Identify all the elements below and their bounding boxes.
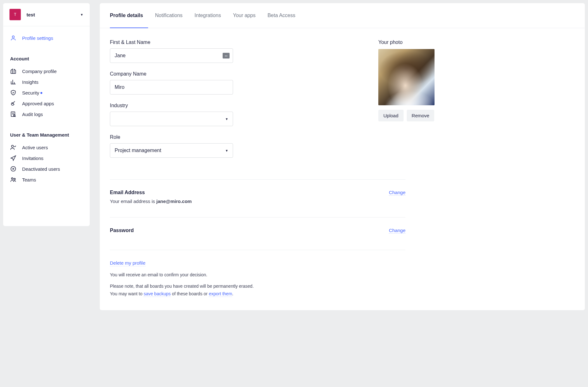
sidebar-item-label: Profile settings (22, 35, 53, 41)
password-heading: Password (110, 228, 134, 233)
email-address: jane@miro.com (156, 199, 192, 204)
sidebar-item-label: Company profile (22, 69, 57, 74)
svg-point-0 (12, 36, 15, 38)
svg-point-6 (14, 178, 15, 180)
tab-beta-access[interactable]: Beta Access (267, 9, 295, 28)
chart-icon (10, 79, 16, 85)
x-circle-icon (10, 166, 16, 172)
sidebar-item-label: Insights (22, 79, 39, 85)
workspace-name: test (27, 12, 80, 17)
notification-dot (40, 92, 42, 94)
sidebar-item-profile-settings[interactable]: Profile settings (10, 33, 83, 43)
sidebar-item-security[interactable]: Security (10, 87, 83, 98)
company-input[interactable]: Miro (110, 80, 233, 95)
sidebar-item-label: Invitations (22, 156, 44, 161)
name-input[interactable]: Jane ••• (110, 48, 233, 63)
building-icon (10, 68, 16, 74)
svg-point-3 (11, 145, 14, 147)
sidebar-item-label: Security (22, 90, 39, 95)
svg-point-2 (14, 115, 15, 116)
delete-note-line2a: Please note, that all boards you have cr… (110, 284, 254, 289)
shield-icon (10, 89, 16, 96)
sidebar-item-approved-apps[interactable]: Approved apps (10, 98, 83, 109)
autofill-icon: ••• (223, 53, 230, 58)
sidebar-item-label: Teams (22, 177, 36, 182)
delete-note-line1: You will receive an email to confirm you… (110, 271, 405, 279)
save-backups-link[interactable]: save backups (144, 291, 171, 297)
sidebar-item-insights[interactable]: Insights (10, 77, 83, 87)
sidebar-item-active-users[interactable]: Active users (10, 142, 83, 153)
sidebar-item-teams[interactable]: Teams (10, 174, 83, 185)
delete-note-line2b-mid: of these boards or (171, 291, 209, 296)
industry-select[interactable]: ▼ (110, 112, 233, 126)
user-check-icon (10, 144, 16, 150)
tab-integrations[interactable]: Integrations (195, 9, 221, 28)
send-icon (10, 155, 16, 161)
sidebar-heading-account: Account (10, 53, 83, 66)
sidebar-item-invitations[interactable]: Invitations (10, 153, 83, 163)
photo-label: Your photo (378, 40, 435, 45)
tab-notifications[interactable]: Notifications (155, 9, 183, 28)
chevron-down-icon: ▼ (225, 117, 228, 121)
tab-your-apps[interactable]: Your apps (233, 9, 255, 28)
delete-profile-link[interactable]: Delete my profile (110, 260, 146, 266)
email-heading: Email Address (110, 190, 192, 195)
sidebar-item-label: Deactivated users (22, 166, 60, 172)
divider (110, 250, 405, 250)
divider (110, 179, 405, 180)
company-value: Miro (115, 84, 124, 90)
profile-photo (378, 49, 435, 105)
delete-note-line2b-suffix: . (232, 291, 233, 296)
users-icon (10, 176, 16, 183)
delete-note-line2b-prefix: You may want to (110, 291, 144, 296)
tabs: Profile details Notifications Integratio… (100, 3, 585, 28)
company-label: Company Name (110, 71, 359, 77)
workspace-switcher[interactable]: T test ▼ (3, 3, 90, 26)
user-icon (10, 35, 16, 41)
tab-profile-details[interactable]: Profile details (110, 9, 143, 28)
remove-button[interactable]: Remove (407, 110, 435, 121)
role-value: Project management (115, 148, 161, 153)
chevron-down-icon: ▼ (80, 13, 83, 16)
sidebar-item-label: Active users (22, 145, 48, 150)
plug-icon (10, 100, 16, 107)
sidebar-item-audit-logs[interactable]: Audit logs (10, 109, 83, 120)
industry-label: Industry (110, 103, 359, 108)
sidebar-item-label: Audit logs (22, 112, 43, 117)
name-label: First & Last Name (110, 40, 359, 45)
workspace-badge: T (9, 9, 21, 20)
upload-button[interactable]: Upload (378, 110, 404, 121)
chevron-down-icon: ▼ (225, 149, 228, 152)
sidebar: T test ▼ Profile settings Account Compan… (3, 3, 90, 226)
sidebar-item-company-profile[interactable]: Company profile (10, 66, 83, 77)
sidebar-item-deactivated-users[interactable]: Deactivated users (10, 163, 83, 174)
name-value: Jane (115, 53, 126, 58)
email-prefix: Your email address is (110, 199, 156, 204)
role-label: Role (110, 134, 359, 140)
sidebar-heading-user-team: User & Team Management (10, 129, 83, 142)
svg-point-5 (11, 178, 13, 179)
divider (110, 217, 405, 218)
change-email-link[interactable]: Change (389, 190, 405, 196)
main-panel: Profile details Notifications Integratio… (100, 3, 585, 310)
sidebar-item-label: Approved apps (22, 101, 54, 106)
export-them-link[interactable]: export them (209, 291, 232, 297)
document-search-icon (10, 111, 16, 117)
change-password-link[interactable]: Change (389, 228, 405, 234)
role-select[interactable]: Project management ▼ (110, 143, 233, 158)
